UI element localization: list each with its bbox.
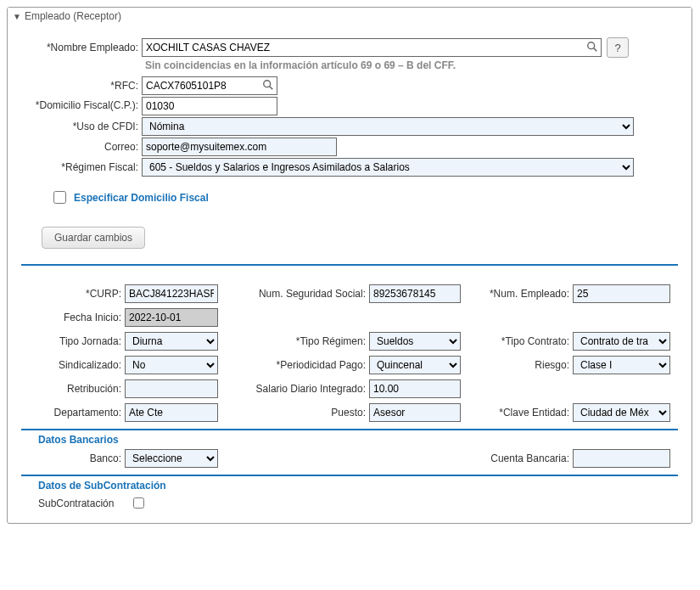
panel-header[interactable]: ▼ Empleado (Receptor)	[8, 8, 692, 25]
puesto-label: Puesto:	[233, 407, 369, 419]
retribucion-input[interactable]	[125, 379, 218, 398]
regimen-select[interactable]: 605 - Sueldos y Salarios e Ingresos Asim…	[142, 158, 634, 177]
fechaini-input[interactable]	[125, 308, 218, 327]
depto-label: Departamento:	[21, 407, 125, 419]
sindical-select[interactable]: No	[125, 356, 218, 374]
fechaini-label: Fecha Inicio:	[21, 312, 125, 323]
save-button[interactable]: Guardar cambios	[42, 227, 145, 249]
tipojornada-select[interactable]: Diurna	[125, 332, 218, 351]
name-note: Sin coincidencias en la información artí…	[145, 59, 678, 71]
nss-input[interactable]	[369, 284, 461, 303]
rfc-input[interactable]	[142, 76, 277, 95]
domicilio-checkbox[interactable]	[53, 191, 66, 204]
depto-input[interactable]	[125, 403, 218, 422]
main-info-section: *Nombre Empleado: ? Sin coincidencias en…	[21, 37, 678, 266]
usocfdi-select[interactable]: Nómina	[142, 117, 634, 136]
periodicidad-select[interactable]: Quincenal	[369, 356, 461, 374]
panel-title: Empleado (Receptor)	[25, 10, 121, 22]
tipocontrato-label: *Tipo Contrato:	[471, 335, 573, 347]
cp-input[interactable]	[142, 97, 277, 115]
correo-label: Correo:	[21, 141, 142, 153]
numemp-input[interactable]	[573, 284, 670, 303]
retribucion-label: Retribución:	[21, 383, 125, 395]
subcon-row: SubContratación	[38, 495, 678, 511]
sindical-label: Sindicalizado:	[21, 359, 125, 371]
tipojornada-label: Tipo Jornada:	[21, 335, 125, 347]
banco-select[interactable]: Seleccione	[125, 449, 218, 468]
domicilio-checkbox-row: Especificar Domicilio Fiscal	[50, 188, 678, 206]
curp-label: *CURP:	[21, 288, 125, 300]
domicilio-checkbox-label: Especificar Domicilio Fiscal	[74, 192, 209, 204]
subcon-checkbox[interactable]	[133, 497, 144, 509]
tiporegimen-label: *Tipo Régimen:	[233, 335, 369, 347]
usocfdi-label: *Uso de CFDI:	[21, 121, 142, 132]
employee-name-label: *Nombre Empleado:	[21, 42, 142, 53]
subcon-label: SubContratación	[38, 497, 125, 509]
employee-name-help-button[interactable]: ?	[607, 37, 629, 58]
periodicidad-label: *Periodicidad Pago:	[233, 359, 369, 371]
numemp-label: *Num. Empleado:	[471, 288, 573, 300]
banco-label: Banco:	[21, 452, 125, 464]
subcon-section-title: Datos de SubContratación	[38, 480, 678, 492]
riesgo-select[interactable]: Clase I	[573, 356, 670, 374]
detail-grid: *CURP: Num. Seguridad Social: *Num. Empl…	[21, 284, 678, 430]
rfc-wrap	[142, 76, 277, 95]
entidad-label: *Clave Entidad:	[471, 407, 573, 419]
bank-section-title: Datos Bancarios	[38, 434, 678, 446]
cuenta-input[interactable]	[573, 449, 670, 468]
correo-input[interactable]	[142, 138, 337, 156]
collapse-icon: ▼	[13, 12, 21, 21]
rfc-label: *RFC:	[21, 80, 142, 92]
entidad-select[interactable]: Ciudad de Méx	[573, 403, 670, 422]
puesto-input[interactable]	[369, 403, 461, 422]
bank-row: Banco: Seleccione Cuenta Bancaria:	[21, 449, 678, 476]
sdi-input[interactable]	[369, 379, 461, 398]
employee-panel: ▼ Empleado (Receptor) *Nombre Empleado: …	[7, 7, 692, 524]
employee-name-input[interactable]	[142, 38, 602, 57]
cuenta-label: Cuenta Bancaria:	[471, 452, 573, 464]
panel-body: *Nombre Empleado: ? Sin coincidencias en…	[8, 25, 692, 523]
employee-name-wrap	[142, 38, 602, 57]
curp-input[interactable]	[125, 284, 218, 303]
riesgo-label: Riesgo:	[471, 359, 573, 371]
regimen-label: *Régimen Fiscal:	[21, 161, 142, 173]
cp-label: *Domicilio Fiscal(C.P.):	[21, 100, 142, 111]
nss-label: Num. Seguridad Social:	[233, 288, 369, 300]
sdi-label: Salario Diario Integrado:	[233, 383, 369, 395]
tipocontrato-select[interactable]: Contrato de tra	[573, 332, 670, 351]
tiporegimen-select[interactable]: Sueldos	[369, 332, 461, 351]
